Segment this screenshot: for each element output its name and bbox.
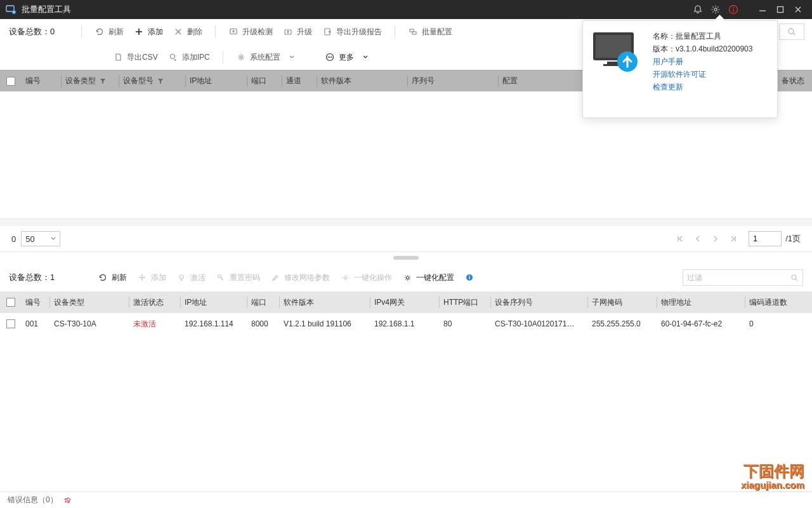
svg-point-4 [733,7,734,8]
add-ipc-button[interactable]: 添加IPC [163,48,215,66]
about-popover: 名称：批量配置工具 版本：v3.1.0.4build20200903 用户手册 … [582,20,778,118]
more-button[interactable]: 更多 [320,48,376,66]
cell-serial: CS-T30-10A0120171… [491,319,587,328]
sys-config-button[interactable]: 系统配置 [231,48,302,66]
maximize-button[interactable] [771,1,789,18]
col-id[interactable]: 编号 [22,297,49,308]
svg-point-20 [218,275,221,278]
pagination: 0 50 /1页 [0,226,812,251]
upper-device-count: 设备总数：0 [9,26,55,37]
col-ip[interactable]: IP地址 [186,70,247,91]
col-status[interactable]: 备状态 [778,70,812,91]
plus-icon [137,272,147,283]
svg-point-12 [789,29,794,34]
svg-point-18 [331,57,332,58]
link-check-update[interactable]: 检查更新 [653,81,752,93]
col-serial[interactable]: 序列号 [408,70,498,91]
funnel-icon[interactable] [100,78,106,84]
col-activation[interactable]: 激活状态 [129,297,180,308]
gear-icon [402,272,412,283]
activate-button[interactable]: 激活 [171,269,211,286]
upgrade-check-button[interactable]: 升级检测 [223,23,278,41]
add-button[interactable]: 添加 [129,23,168,41]
cell-gw: 192.168.1.1 [370,319,439,328]
col-model[interactable]: 设备型号 [119,70,185,91]
chevron-down-icon [287,52,297,62]
export-report-button[interactable]: 导出升级报告 [317,23,387,41]
ipc-icon [168,52,178,62]
last-page-button[interactable] [724,230,742,248]
onekey-op-button[interactable]: 一键化操作 [335,269,397,286]
prev-page-button[interactable] [689,230,707,248]
batch-icon [408,27,418,37]
refresh-icon [95,27,105,37]
gear-icon[interactable] [707,1,724,18]
col-channels[interactable]: 编码通道数 [745,297,796,308]
lower-add-button[interactable]: 添加 [132,269,171,286]
page-total: /1页 [785,233,801,244]
svg-point-14 [240,56,242,58]
close-button[interactable] [789,1,807,18]
batch-config-button[interactable]: 批量配置 [403,23,457,41]
info-icon[interactable] [724,1,742,18]
delete-button[interactable]: 删除 [168,23,207,41]
onekey-config-button[interactable]: 一键化配置 [397,269,478,286]
watermark: 下固件网 xiagujian.com [741,463,804,490]
col-serial[interactable]: 设备序列号 [491,297,587,308]
svg-point-24 [469,276,470,277]
table-row[interactable]: 001 CS-T30-10A 未激活 192.168.1.114 8000 V1… [0,313,812,335]
lower-refresh-button[interactable]: 刷新 [93,269,132,286]
col-channel[interactable]: 通道 [282,70,317,91]
col-dev-type[interactable]: 设备类型 [62,70,119,91]
bell-icon[interactable] [689,1,707,18]
svg-rect-10 [410,29,414,32]
col-config[interactable]: 配置 [499,70,524,91]
svg-point-16 [327,57,329,58]
col-port[interactable]: 端口 [247,297,279,308]
splitter-grip[interactable] [0,252,812,264]
link-user-manual[interactable]: 用户手册 [653,55,752,68]
refresh-button[interactable]: 刷新 [89,23,129,41]
col-sw[interactable]: 软件版本 [280,297,370,308]
export-csv-button[interactable]: 导出CSV [108,48,163,66]
page-size-select[interactable]: 50 [21,231,60,246]
upper-search-box[interactable] [779,23,804,40]
col-http[interactable]: HTTP端口 [440,297,490,308]
svg-point-22 [406,276,409,279]
gear-icon [340,272,350,283]
col-id[interactable]: 编号 [22,70,61,91]
next-page-button[interactable] [707,230,724,248]
minimize-button[interactable] [754,1,771,18]
export-icon [322,27,332,37]
col-mask[interactable]: 子网掩码 [588,297,657,308]
info-dot-icon [466,274,473,281]
page-input[interactable] [749,231,782,246]
upgrade-icon [283,27,293,37]
pin-icon[interactable] [64,497,72,504]
key-icon [216,272,226,283]
lower-select-all-checkbox[interactable] [6,298,15,307]
pagination-start: 0 [11,234,16,244]
link-license[interactable]: 开源软件许可证 [653,68,752,81]
filter-input[interactable]: 过滤 [683,269,803,286]
reset-password-button[interactable]: 重置密码 [211,269,265,286]
row-checkbox[interactable] [6,319,15,328]
status-bar: 错误信息（0） [0,491,812,508]
select-all-checkbox[interactable] [6,77,15,86]
upper-scroll[interactable] [0,218,812,226]
col-mac[interactable]: 物理地址 [657,297,745,308]
lower-table-header: 编号 设备类型 激活状态 IP地址 端口 软件版本 IPv4网关 HTTP端口 … [0,291,812,313]
cell-type: CS-T30-10A [50,319,129,328]
col-gw[interactable]: IPv4网关 [370,297,439,308]
col-sw[interactable]: 软件版本 [317,70,407,91]
col-ip[interactable]: IP地址 [181,297,247,308]
error-info-label[interactable]: 错误信息（0） [8,495,58,505]
upgrade-button[interactable]: 升级 [278,23,317,41]
filter-placeholder: 过滤 [687,272,790,283]
modify-net-button[interactable]: 修改网络参数 [265,269,335,286]
funnel-icon[interactable] [157,78,164,84]
col-type[interactable]: 设备类型 [50,297,129,308]
col-port[interactable]: 端口 [247,70,282,91]
app-title: 批量配置工具 [22,4,71,15]
first-page-button[interactable] [671,230,689,248]
